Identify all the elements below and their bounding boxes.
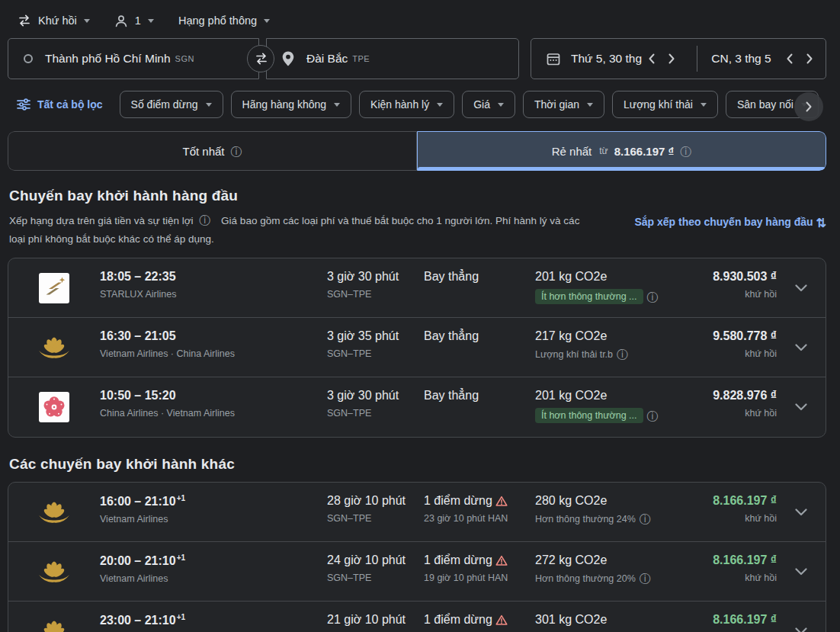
info-icon[interactable]: ⓘ [680,146,691,157]
flight-row-vn-ci[interactable]: 16:30 – 21:05Vietnam Airlines · China Ai… [8,318,826,377]
sort-by-top-flights-button[interactable]: Sắp xếp theo chuyến bay hàng đầu ⇅ [634,216,826,249]
duration: 28 giờ 10 phút [327,494,424,508]
expand-flight-button[interactable] [777,483,826,541]
airline-names: Vietnam Airlines [100,514,327,525]
section-title: Các chuyến bay khởi hành khác [9,456,826,473]
flight-times: 18:05 – 22:35 [100,270,176,283]
co2-amount: 201 kg CO2e [535,270,701,284]
flight-row-starlux[interactable]: 18:05 – 22:35STARLUX Airlines 3 giờ 30 p… [8,258,826,318]
calendar-icon [547,52,560,66]
stops: Bay thẳng [424,389,535,403]
tab-cheapest[interactable]: Rẻ nhất từ 8.166.197 ₫ ⓘ [417,131,826,171]
flight-row-vn-2300[interactable]: 23:00 – 21:10+1Vietnam Airlines 21 giờ 1… [8,602,826,632]
info-icon[interactable]: ⓘ [640,573,651,584]
ranking-note: Xếp hạng dựa trên giá tiền và sự tiện lợ… [9,212,596,249]
trip-type-selector[interactable]: Khứ hồi [17,14,90,27]
origin-field[interactable]: Thành phố Hồ Chí Minh SGN [8,38,259,79]
destination-field[interactable]: Đài Bắc TPE [266,38,519,79]
chip-label: Lượng khí thải [624,98,693,111]
airline-logo-vietnam-airlines [8,602,100,632]
chips-scroll-right-button[interactable] [794,92,823,121]
search-row: Thành phố Hồ Chí Minh SGN Đài Bắc TPE Th… [8,38,826,79]
next-day-indicator: +1 [177,613,185,621]
origin-city: Thành phố Hồ Chí Minh [45,52,171,66]
price: 8.166.197 ₫ [701,553,777,567]
date-divider [697,46,697,72]
info-icon[interactable]: ⓘ [199,214,210,226]
co2-amount: 301 kg CO2e [535,613,701,627]
airline-logo-starlux [8,258,100,317]
tab-best-label: Tốt nhất [182,145,224,158]
chevron-down-icon [795,284,807,292]
emissions-note: Hơn thông thường 24% [535,514,636,525]
depart-next-day-button[interactable] [662,49,681,69]
layover: 23 giờ 10 phút HAN [424,513,535,524]
filter-chip-times[interactable]: Thời gian [523,91,604,118]
warning-icon [495,496,508,506]
round-trip-label: khứ hồi [701,573,777,583]
chip-label: Thời gian [534,98,579,111]
location-pin-icon [282,51,294,66]
cabin-class-selector[interactable]: Hạng phổ thông [178,14,270,27]
expand-flight-button[interactable] [777,377,826,437]
info-icon[interactable]: ⓘ [231,146,242,157]
airline-names: Vietnam Airlines [100,573,327,584]
info-icon[interactable]: ⓘ [640,513,651,525]
route: SGN–TPE [327,408,424,419]
flight-row-vn-1600[interactable]: 16:00 – 21:10+1Vietnam Airlines 28 giờ 1… [8,483,826,542]
stops: Bay thẳng [424,329,535,343]
expand-flight-button[interactable] [777,318,826,377]
stops: 1 điểm dừng [424,553,492,567]
result-tabs: Tốt nhất ⓘ Rẻ nhất từ 8.166.197 ₫ ⓘ [8,131,826,171]
filter-chip-price[interactable]: Giá [462,91,515,118]
filter-chip-airlines[interactable]: Hãng hàng không [231,91,352,118]
filter-chip-stops[interactable]: Số điểm dừng [120,91,223,118]
flight-times: 16:00 – 21:10 [100,495,176,508]
chevron-down-icon [795,403,807,411]
round-trip-label: khứ hồi [701,513,777,524]
filter-chip-emissions[interactable]: Lượng khí thải [612,91,718,118]
depart-prev-day-button[interactable] [642,49,662,69]
expand-flight-button[interactable] [777,542,826,601]
origin-circle-icon [24,54,33,63]
flight-row-vn-2000[interactable]: 20:00 – 21:10+1Vietnam Airlines 24 giờ 1… [8,542,826,602]
duration: 3 giờ 35 phút [327,329,424,343]
info-icon[interactable]: ⓘ [647,291,659,303]
warning-icon [495,555,508,566]
flight-row-ci-vn[interactable]: 10:50 – 15:20China Airlines · Vietnam Ai… [8,377,826,437]
chip-label: Hãng hàng không [242,98,327,111]
return-prev-day-button[interactable] [780,49,800,69]
tab-cheapest-label: Rẻ nhất [552,145,592,158]
chevron-down-icon [148,19,154,23]
stops: 1 điểm dừng [424,494,492,508]
co2-amount: 272 kg CO2e [535,553,701,567]
passenger-selector[interactable]: 1 [114,14,154,27]
trip-options-bar: Khứ hồi 1 Hạng phổ thông [0,0,840,30]
route: SGN–TPE [327,573,424,583]
next-day-indicator: +1 [177,553,185,562]
all-filters-button[interactable]: Tất cả bộ lọc [17,98,103,111]
expand-flight-button[interactable] [777,602,826,632]
duration: 21 giờ 10 phút [327,613,424,627]
date-field[interactable]: Thứ 5, 30 thg CN, 3 thg 5 [531,38,826,79]
airline-names: China Airlines · Vietnam Airlines [100,408,327,419]
price: 8.166.197 ₫ [701,494,777,508]
expand-flight-button[interactable] [777,258,826,317]
info-icon[interactable]: ⓘ [617,348,628,360]
destination-city: Đài Bắc [306,52,348,66]
next-day-indicator: +1 [177,494,185,502]
info-icon[interactable]: ⓘ [647,410,659,422]
person-icon [114,14,128,27]
swap-airports-button[interactable] [247,45,274,72]
trip-type-label: Khứ hồi [38,14,77,27]
origin-code: SGN [175,54,194,63]
tab-best[interactable]: Tốt nhất ⓘ [8,131,417,171]
top-flights-list: 18:05 – 22:35STARLUX Airlines 3 giờ 30 p… [8,258,826,438]
filter-chip-bags[interactable]: Kiện hành lý [359,91,454,118]
chevron-down-icon [206,103,212,107]
depart-date[interactable]: Thứ 5, 30 thg [571,52,642,66]
warning-icon [495,614,508,625]
return-date[interactable]: CN, 3 thg 5 [711,52,780,66]
return-next-day-button[interactable] [800,49,819,69]
chip-label: Kiện hành lý [370,98,429,111]
